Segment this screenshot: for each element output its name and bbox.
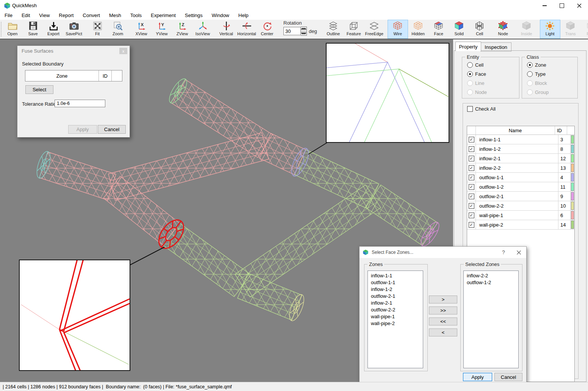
hidden-button[interactable]: Hidden [408,20,428,39]
move-all-left-button[interactable]: << [429,317,457,325]
menu-tools[interactable]: Tools [126,11,146,20]
row-checkbox[interactable]: ✓ [469,194,474,199]
radio-face[interactable]: Face [467,71,486,77]
yview-button[interactable]: YYView [152,20,172,39]
open-button[interactable]: Open [2,20,23,39]
move-right-button[interactable]: > [429,296,457,303]
node-button[interactable]: Node [493,20,513,39]
row-checkbox[interactable]: ✓ [469,203,474,209]
list-item[interactable]: outflow-1-1 [368,279,423,286]
table-row[interactable]: ✓inflow-2-213 [467,163,574,173]
feature-button[interactable]: Feature [344,20,364,39]
zoom-button[interactable]: Zoom [108,20,128,39]
table-row[interactable]: ✓wall-pipe-16 [467,211,574,220]
menu-window[interactable]: Window [207,11,234,20]
menu-mesh[interactable]: Mesh [105,11,126,20]
menu-report[interactable]: Report [54,11,78,20]
row-checkbox[interactable]: ✓ [469,165,474,171]
outline-icon [328,21,338,31]
fuse-dialog-titlebar[interactable]: Fuse Surfaces x [17,46,130,56]
row-checkbox[interactable]: ✓ [469,222,474,228]
rotation-input[interactable]: 30 [283,27,301,35]
table-row[interactable]: ✓outflow-2-19 [467,192,574,201]
y-axis-icon: Y [157,21,167,31]
table-row[interactable]: ✓outflow-2-210 [467,201,574,211]
list-item[interactable]: inflow-2-1 [368,300,423,307]
menu-experiment[interactable]: Experiment [146,11,180,20]
check-all-row[interactable]: Check All [467,106,496,112]
zones-cancel-button[interactable]: Cancel [494,373,522,381]
row-checkbox[interactable]: ✓ [469,175,474,180]
menu-view[interactable]: View [34,11,54,20]
row-checkbox[interactable]: ✓ [469,137,474,142]
solid-button[interactable]: Solid [449,20,469,39]
tab-property[interactable]: Property [455,42,481,51]
horizontal-button[interactable]: Horizontal [236,20,257,39]
minimize-button[interactable] [536,0,553,11]
cell-button[interactable]: Cell [469,20,490,39]
menu-settings[interactable]: Settings [180,11,207,20]
tolerance-ratio-input[interactable]: 1.0e-6 [55,100,105,107]
freeedge-button[interactable]: FreeEdge [364,20,385,39]
vertical-button[interactable]: Vertical [216,20,236,39]
isoview-button[interactable]: IsoView [192,20,213,39]
row-checkbox[interactable]: ✓ [469,156,474,161]
savepict-button[interactable]: SavePict [64,20,84,39]
menu-bar: File Edit View Report Convert Mesh Tools… [0,11,588,20]
export-button[interactable]: Export [43,20,64,39]
check-all-checkbox[interactable] [467,106,473,112]
radio-zone[interactable]: Zone [527,62,546,68]
center-button[interactable]: Center [257,20,277,39]
menu-help[interactable]: Help [234,11,253,20]
spin-down-button[interactable] [301,31,307,36]
table-row[interactable]: ✓outflow-1-14 [467,173,574,182]
row-checkbox[interactable]: ✓ [469,213,474,218]
fuse-cancel-button[interactable]: Cancel [98,125,126,134]
table-row[interactable]: ✓inflow-2-112 [467,154,574,163]
menu-file[interactable]: File [0,11,17,20]
help-button[interactable]: ? [496,247,511,258]
row-checkbox[interactable]: ✓ [469,146,474,152]
table-row[interactable]: ✓outflow-1-211 [467,182,574,192]
column-name[interactable]: Name [476,126,555,135]
move-left-button[interactable]: < [429,328,457,336]
zones-apply-button[interactable]: Apply [463,373,492,381]
list-item[interactable]: inflow-1-1 [368,272,423,279]
zones-dialog-titlebar[interactable]: Select Face Zones... ? [360,247,526,258]
list-item[interactable]: outflow-2-2 [368,307,423,313]
table-row[interactable]: ✓inflow-1-13 [467,135,574,144]
list-item[interactable]: inflow-2-2 [464,272,518,279]
list-item[interactable]: inflow-1-2 [368,286,423,293]
list-item[interactable]: wall-pipe-2 [368,320,423,327]
save-button[interactable]: Save [23,20,43,39]
close-button[interactable] [571,0,588,11]
selected-zones-listbox[interactable]: inflow-2-2 outflow-1-2 [463,271,519,368]
list-item[interactable]: outflow-2-1 [368,293,423,300]
column-id[interactable]: ID [555,126,567,135]
row-checkbox[interactable]: ✓ [469,184,474,190]
list-item[interactable]: outflow-1-2 [464,279,518,286]
spin-up-button[interactable] [301,27,307,31]
fuse-close-button[interactable]: x [119,48,127,54]
menu-edit[interactable]: Edit [17,11,34,20]
xview-button[interactable]: XXView [131,20,152,39]
light-button[interactable]: Light [540,20,560,39]
rotation-label: Rotation [283,20,317,26]
zones-close-button[interactable] [511,247,526,258]
menu-convert[interactable]: Convert [78,11,105,20]
table-row[interactable]: ✓inflow-1-28 [467,144,574,154]
outline-button[interactable]: Outline [323,20,344,39]
fit-button[interactable]: Fit [87,20,108,39]
list-item[interactable]: wall-pipe-1 [368,313,423,320]
face-button[interactable]: Face [428,20,449,39]
table-row[interactable]: ✓wall-pipe-214 [467,220,574,230]
zview-button[interactable]: ZZView [172,20,192,39]
maximize-button[interactable] [553,0,571,11]
wire-button[interactable]: Wire [388,20,408,39]
zones-group-label: Zones [368,261,384,267]
radio-type[interactable]: Type [527,71,546,77]
zones-listbox[interactable]: inflow-1-1 outflow-1-1 inflow-1-2 outflo… [368,271,423,368]
radio-cell[interactable]: Cell [467,62,483,68]
move-all-right-button[interactable]: >> [429,307,457,314]
select-button[interactable]: Select [25,85,53,94]
